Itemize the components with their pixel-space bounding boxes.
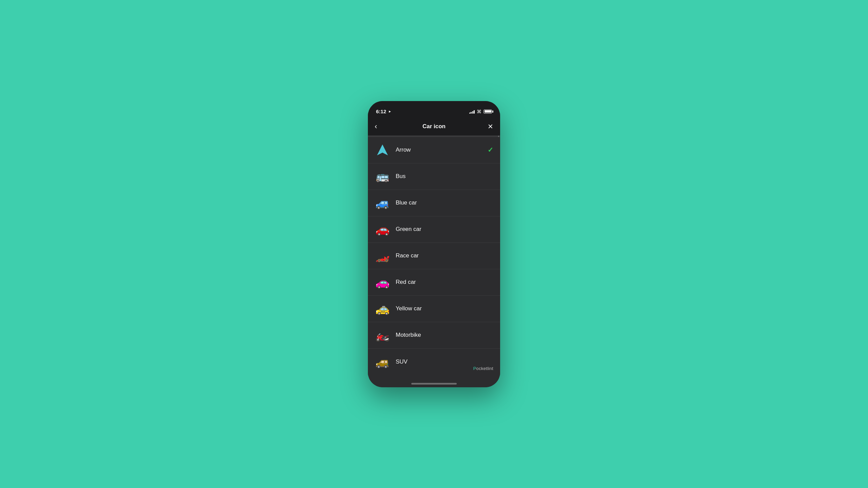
signal-bar-1	[469, 113, 470, 114]
green-car-icon: 🚗	[375, 221, 390, 237]
arrow-icon	[375, 142, 390, 158]
close-button[interactable]: ✕	[482, 122, 493, 131]
page-title: Car icon	[422, 123, 446, 130]
signal-bar-3	[472, 111, 473, 114]
bus-icon: 🚌	[375, 169, 390, 184]
race-car-label: Race car	[396, 252, 493, 259]
red-car-icon: 🚗	[375, 274, 390, 290]
suv-label: SUV	[396, 358, 493, 365]
red-car-label: Red car	[396, 279, 493, 286]
list-item-motorbike[interactable]: 🏍️ Motorbike	[368, 322, 500, 349]
time-display: 6:12	[376, 109, 386, 114]
list-item-green-car[interactable]: 🚗 Green car	[368, 216, 500, 243]
motorbike-icon: 🏍️	[375, 327, 390, 343]
watermark: Pocketlint	[473, 366, 493, 371]
home-indicator	[411, 383, 457, 385]
battery-icon	[484, 110, 492, 114]
yellow-car-label: Yellow car	[396, 305, 493, 312]
suv-icon: 🚙	[375, 354, 390, 370]
list-item-arrow[interactable]: Arrow ✓	[368, 137, 500, 163]
list-item-bus[interactable]: 🚌 Bus	[368, 163, 500, 190]
svg-marker-0	[377, 144, 388, 155]
content-area: Arrow ✓ 🚌 Bus 🚙 Blue car 🚗	[368, 137, 500, 376]
status-bar: 6:12 ► ⌘	[368, 101, 500, 118]
watermark-text: ocketlint	[476, 366, 493, 371]
arrow-label: Arrow	[396, 147, 488, 153]
race-car-icon: 🏎️	[375, 248, 390, 263]
list-item-blue-car[interactable]: 🚙 Blue car	[368, 190, 500, 216]
selected-checkmark: ✓	[488, 146, 493, 154]
signal-bars-icon	[469, 110, 475, 114]
list-item-red-car[interactable]: 🚗 Red car	[368, 269, 500, 296]
motorbike-label: Motorbike	[396, 332, 493, 338]
bus-label: Bus	[396, 173, 493, 180]
signal-bar-4	[474, 110, 475, 114]
location-icon: ►	[388, 110, 392, 113]
status-time: 6:12 ►	[376, 109, 392, 114]
signal-bar-2	[471, 112, 472, 114]
scroll-indicator	[368, 136, 500, 137]
back-button[interactable]: ‹	[375, 122, 386, 131]
header: ‹ Car icon ✕	[368, 118, 500, 136]
list-item-yellow-car[interactable]: 🚕 Yellow car	[368, 296, 500, 322]
status-icons: ⌘	[469, 109, 492, 114]
battery-fill	[485, 110, 491, 113]
bottom-bar	[368, 376, 500, 387]
icon-list: Arrow ✓ 🚌 Bus 🚙 Blue car 🚗	[368, 137, 500, 376]
list-item-suv[interactable]: 🚙 SUV	[368, 349, 500, 375]
wifi-icon: ⌘	[477, 109, 481, 114]
blue-car-icon: 🚙	[375, 195, 390, 211]
yellow-car-icon: 🚕	[375, 301, 390, 316]
list-item-race-car[interactable]: 🏎️ Race car	[368, 243, 500, 269]
green-car-label: Green car	[396, 226, 493, 233]
watermark-p: P	[473, 366, 476, 371]
blue-car-label: Blue car	[396, 199, 493, 206]
scroll-track	[498, 136, 499, 137]
